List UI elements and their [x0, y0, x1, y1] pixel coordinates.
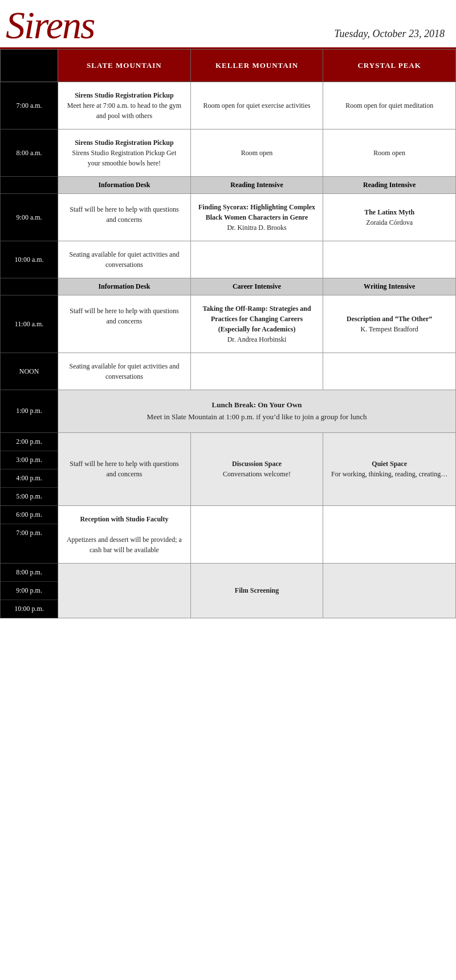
slate-7am-desc: Meet here at 7:00 a.m. to head to the gy…	[67, 102, 181, 120]
keller-11am-title: Taking the Off-Ramp: Strategies and Prac…	[202, 305, 311, 333]
slate-afternoon: Staff will be here to help with question…	[58, 432, 191, 505]
logo: Sirens	[6, 6, 94, 44]
time-8am: 8:00 a.m.	[1, 129, 58, 177]
lunch-break: Lunch Break: On Your Own Meet in Slate M…	[58, 390, 456, 433]
time-col-header	[1, 50, 58, 82]
time-7am: 7:00 a.m.	[1, 82, 58, 129]
slate-evening-title: Reception with Studio Faculty	[80, 515, 168, 523]
time-8pm: 8:00 p.m.	[1, 564, 58, 582]
slate-8am: Sirens Studio Registration Pickup Sirens…	[58, 129, 191, 177]
row-11am: 11:00 a.m. Staff will be here to help wi…	[1, 295, 456, 353]
keller-late: Film Screening	[190, 563, 323, 618]
slate-11am: Staff will be here to help with question…	[58, 295, 191, 353]
crystal-peak-header: CRYSTAL PEAK	[323, 50, 456, 82]
time-10pm: 10:00 p.m.	[1, 600, 58, 618]
time-5pm: 5:00 p.m.	[1, 488, 58, 505]
row-late-evening: 8:00 p.m. 9:00 p.m. 10:00 p.m. Film Scre…	[1, 563, 456, 618]
crystal-11am-title: Description and “The Other”	[347, 315, 432, 323]
row-afternoon: 2:00 p.m. 3:00 p.m. 4:00 p.m. 5:00 p.m. …	[1, 432, 456, 505]
keller-afternoon: Discussion Space Conversations welcome!	[190, 432, 323, 505]
slate-late	[58, 563, 191, 618]
row-8am: 8:00 a.m. Sirens Studio Registration Pic…	[1, 129, 456, 177]
time-6pm: 6:00 p.m.	[1, 506, 58, 524]
time-late-evening: 8:00 p.m. 9:00 p.m. 10:00 p.m.	[1, 563, 58, 618]
crystal-9am: The Latinx Myth Zoraida Córdova	[323, 194, 456, 241]
slate-11am-desc: Staff will be here to help with question…	[70, 307, 178, 325]
keller-afternoon-sub: Conversations welcome!	[223, 470, 291, 478]
time-9pm: 9:00 p.m.	[1, 582, 58, 600]
time-afternoon-inner: 2:00 p.m. 3:00 p.m. 4:00 p.m. 5:00 p.m.	[1, 433, 58, 505]
keller-8am: Room open	[190, 129, 323, 177]
time-noon: NOON	[1, 353, 58, 390]
section-header-1: Information Desk Reading Intensive Readi…	[1, 177, 456, 194]
crystal-9am-author: Zoraida Córdova	[366, 218, 413, 226]
row-1pm: 1:00 p.m. Lunch Break: On Your Own Meet …	[1, 390, 456, 433]
slate-8am-title: Sirens Studio Registration Pickup	[75, 139, 173, 147]
row-noon: NOON Seating available for quiet activit…	[1, 353, 456, 390]
time-evening-inner: 6:00 p.m. 7:00 p.m.	[1, 506, 58, 542]
row-9am: 9:00 a.m. Staff will be here to help wit…	[1, 194, 456, 241]
keller-11am-author: Dr. Andrea Horbinski	[227, 335, 287, 343]
lunch-title: Lunch Break: On Your Own	[212, 400, 302, 409]
slate-10am: Seating available for quiet activities a…	[58, 241, 191, 278]
keller-afternoon-title: Discussion Space	[232, 460, 282, 468]
section2-slate: Information Desk	[58, 278, 191, 295]
time-evening: 6:00 p.m. 7:00 p.m.	[1, 505, 58, 563]
crystal-evening	[323, 505, 456, 563]
schedule-table: SLATE MOUNTAIN KELLER MOUNTAIN CRYSTAL P…	[0, 49, 456, 618]
crystal-late	[323, 563, 456, 618]
time-10am: 10:00 a.m.	[1, 241, 58, 278]
crystal-noon	[323, 353, 456, 390]
keller-7am: Room open for quiet exercise activities	[190, 82, 323, 129]
crystal-afternoon: Quiet Space For working, thinking, readi…	[323, 432, 456, 505]
slate-7am: Sirens Studio Registration Pickup Meet h…	[58, 82, 191, 129]
keller-9am-title: Finding Sycorax: Highlighting Complex Bl…	[198, 203, 315, 221]
keller-9am: Finding Sycorax: Highlighting Complex Bl…	[190, 194, 323, 241]
keller-mountain-header: KELLER MOUNTAIN	[190, 50, 323, 82]
row-evening: 6:00 p.m. 7:00 p.m. Reception with Studi…	[1, 505, 456, 563]
room-header-row: SLATE MOUNTAIN KELLER MOUNTAIN CRYSTAL P…	[1, 50, 456, 82]
time-1pm: 1:00 p.m.	[1, 390, 58, 433]
slate-8am-desc: Sirens Studio Registration Pickup Get yo…	[72, 149, 177, 167]
crystal-9am-title: The Latinx Myth	[364, 208, 414, 216]
section1-time	[1, 177, 58, 194]
slate-evening-desc: Appetizers and dessert will be provided;…	[67, 536, 182, 554]
film-screening-label: Film Screening	[235, 586, 279, 594]
time-4pm: 4:00 p.m.	[1, 469, 58, 488]
keller-11am: Taking the Off-Ramp: Strategies and Prac…	[190, 295, 323, 353]
time-afternoon: 2:00 p.m. 3:00 p.m. 4:00 p.m. 5:00 p.m.	[1, 432, 58, 505]
keller-evening	[190, 505, 323, 563]
crystal-10am	[323, 241, 456, 278]
time-11am: 11:00 a.m.	[1, 295, 58, 353]
crystal-11am: Description and “The Other” K. Tempest B…	[323, 295, 456, 353]
page-header: Sirens Tuesday, October 23, 2018	[0, 0, 456, 49]
section-header-2: Information Desk Career Intensive Writin…	[1, 278, 456, 295]
slate-7am-title: Sirens Studio Registration Pickup	[75, 91, 173, 99]
time-2pm: 2:00 p.m.	[1, 433, 58, 451]
section1-crystal: Reading Intensive	[323, 177, 456, 194]
slate-noon: Seating available for quiet activities a…	[58, 353, 191, 390]
slate-9am: Staff will be here to help with question…	[58, 194, 191, 241]
time-7pm: 7:00 p.m.	[1, 524, 58, 542]
row-10am: 10:00 a.m. Seating available for quiet a…	[1, 241, 456, 278]
section2-time	[1, 278, 58, 295]
slate-9am-desc: Staff will be here to help with question…	[70, 205, 178, 224]
keller-noon	[190, 353, 323, 390]
slate-mountain-header: SLATE MOUNTAIN	[58, 50, 191, 82]
row-7am: 7:00 a.m. Sirens Studio Registration Pic…	[1, 82, 456, 129]
crystal-8am: Room open	[323, 129, 456, 177]
crystal-7am: Room open for quiet meditation	[323, 82, 456, 129]
section1-slate: Information Desk	[58, 177, 191, 194]
section2-crystal: Writing Intensive	[323, 278, 456, 295]
keller-9am-author: Dr. Kinitra D. Brooks	[227, 224, 286, 232]
section1-keller: Reading Intensive	[190, 177, 323, 194]
header-date: Tuesday, October 23, 2018	[335, 28, 445, 44]
crystal-afternoon-title: Quiet Space	[372, 460, 407, 468]
time-9am: 9:00 a.m.	[1, 194, 58, 241]
keller-10am	[190, 241, 323, 278]
section2-keller: Career Intensive	[190, 278, 323, 295]
crystal-afternoon-sub: For working, thinking, reading, creating…	[331, 470, 447, 478]
crystal-11am-author: K. Tempest Bradford	[361, 325, 418, 333]
time-3pm: 3:00 p.m.	[1, 451, 58, 469]
logo-area: Sirens	[6, 6, 94, 44]
